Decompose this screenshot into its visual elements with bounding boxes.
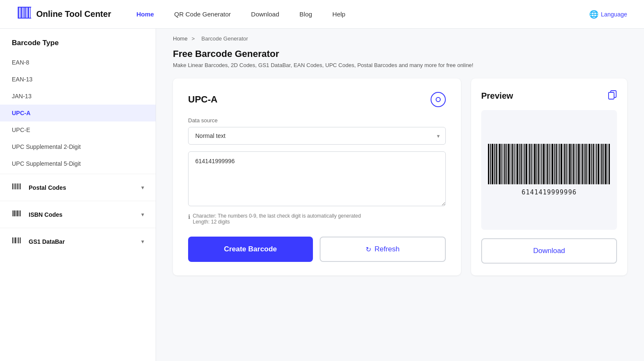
svg-rect-55: [531, 144, 532, 185]
svg-rect-35: [496, 144, 497, 185]
sidebar: Barcode Type EAN-8 EAN-13 JAN-13 UPC-A U…: [0, 29, 156, 361]
svg-rect-92: [596, 144, 597, 185]
svg-rect-59: [538, 144, 539, 185]
refresh-button[interactable]: ↻ Refresh: [320, 237, 446, 262]
svg-rect-31: [488, 144, 489, 185]
svg-rect-72: [560, 144, 562, 185]
form-card-header: UPC-A: [188, 92, 446, 107]
svg-rect-5: [27, 8, 27, 18]
svg-rect-4: [24, 8, 26, 18]
download-button[interactable]: Download: [481, 238, 617, 264]
sidebar-item-upc5[interactable]: UPC Supplemental 5-Digit: [0, 155, 156, 172]
nav-blog[interactable]: Blog: [299, 11, 312, 18]
logo: Online Tool Center: [17, 5, 111, 23]
svg-rect-21: [19, 210, 19, 216]
sidebar-item-upc2[interactable]: UPC Supplemental 2-Digit: [0, 138, 156, 155]
sidebar-item-jan13[interactable]: JAN-13: [0, 88, 156, 105]
nav-download[interactable]: Download: [251, 11, 279, 18]
main-nav: Home QR Code Generator Download Blog Hel…: [136, 11, 589, 18]
preview-header: Preview: [481, 90, 617, 102]
sidebar-divider-2: [0, 201, 156, 201]
svg-rect-39: [503, 144, 504, 185]
page-title: Free Barcode Generator: [173, 48, 627, 59]
svg-rect-84: [582, 144, 583, 185]
svg-rect-15: [19, 183, 19, 189]
svg-rect-85: [584, 144, 585, 185]
svg-rect-75: [566, 144, 567, 185]
page-body: Barcode Type EAN-8 EAN-13 JAN-13 UPC-A U…: [0, 29, 644, 361]
svg-rect-28: [20, 237, 21, 243]
svg-rect-30: [609, 92, 614, 99]
svg-rect-43: [510, 144, 511, 185]
breadcrumb-home[interactable]: Home: [173, 35, 188, 42]
svg-rect-44: [512, 144, 513, 185]
nav-help[interactable]: Help: [332, 11, 345, 18]
svg-rect-95: [601, 144, 603, 185]
svg-rect-14: [17, 183, 18, 189]
postal-icon: [12, 182, 21, 193]
sidebar-item-ean13[interactable]: EAN-13: [0, 71, 156, 88]
svg-rect-48: [519, 144, 520, 185]
svg-rect-64: [547, 144, 548, 185]
svg-rect-53: [528, 144, 528, 185]
svg-rect-91: [595, 144, 595, 185]
svg-rect-96: [604, 144, 604, 185]
header: Online Tool Center Home QR Code Generato…: [0, 0, 644, 29]
copy-icon[interactable]: [608, 90, 617, 102]
hint-line2: Length: 12 digits: [193, 219, 361, 225]
barcode-value-input[interactable]: 614141999996: [188, 151, 446, 206]
sidebar-item-ean8[interactable]: EAN-8: [0, 54, 156, 71]
refresh-label: Refresh: [375, 245, 400, 253]
svg-rect-23: [12, 237, 13, 243]
isbn-chevron: ▾: [141, 212, 144, 218]
language-selector[interactable]: 🌐 Language: [589, 10, 627, 19]
svg-rect-80: [575, 144, 576, 185]
svg-rect-98: [607, 144, 608, 185]
data-source-label: Data source: [188, 117, 446, 124]
svg-rect-26: [17, 237, 17, 243]
create-barcode-button[interactable]: Create Barcode: [188, 237, 313, 262]
refresh-icon: ↻: [366, 245, 371, 253]
svg-rect-33: [492, 144, 493, 185]
hint-icon: ℹ: [188, 213, 190, 220]
svg-rect-0: [18, 8, 19, 18]
logo-icon: [17, 5, 32, 23]
sidebar-group-gs1[interactable]: GS1 DataBar ▾: [0, 230, 156, 253]
svg-rect-7: [30, 8, 31, 18]
svg-rect-34: [494, 144, 495, 185]
svg-rect-51: [524, 144, 525, 185]
svg-rect-25: [15, 237, 16, 243]
sidebar-title: Barcode Type: [0, 39, 156, 54]
nav-home[interactable]: Home: [136, 11, 154, 18]
preview-card: Preview: [471, 78, 627, 275]
svg-rect-9: [18, 18, 31, 19]
svg-rect-19: [16, 210, 16, 216]
svg-rect-83: [580, 144, 581, 185]
svg-rect-32: [490, 144, 491, 185]
svg-rect-17: [12, 210, 13, 216]
nav-qr[interactable]: QR Code Generator: [174, 11, 231, 18]
gs1-chevron: ▾: [141, 239, 144, 245]
svg-rect-8: [18, 7, 31, 8]
sidebar-item-upca[interactable]: UPC-A: [0, 105, 156, 121]
breadcrumb: Home > Barcode Generator: [156, 29, 644, 48]
data-source-select[interactable]: Normal text: [188, 127, 446, 145]
svg-rect-36: [498, 144, 498, 185]
gs1-databar-label: GS1 DataBar: [29, 238, 65, 245]
svg-rect-93: [598, 144, 599, 185]
svg-rect-2: [21, 8, 22, 18]
svg-rect-68: [554, 144, 555, 185]
svg-rect-13: [16, 183, 17, 189]
data-source-select-wrap: Normal text ▾: [188, 127, 446, 145]
svg-rect-16: [20, 183, 21, 189]
form-buttons: Create Barcode ↻ Refresh: [188, 237, 446, 262]
svg-rect-76: [568, 144, 568, 185]
sidebar-item-upce[interactable]: UPC-E: [0, 121, 156, 138]
barcode-image: [488, 144, 610, 185]
sidebar-group-postal[interactable]: Postal Codes ▾: [0, 176, 156, 199]
svg-rect-82: [578, 144, 580, 185]
main-panel: UPC-A Data source Normal text ▾ 6141419: [173, 78, 627, 275]
svg-rect-46: [515, 144, 516, 185]
svg-rect-97: [605, 144, 606, 185]
sidebar-group-isbn[interactable]: ISBN Codes ▾: [0, 203, 156, 226]
